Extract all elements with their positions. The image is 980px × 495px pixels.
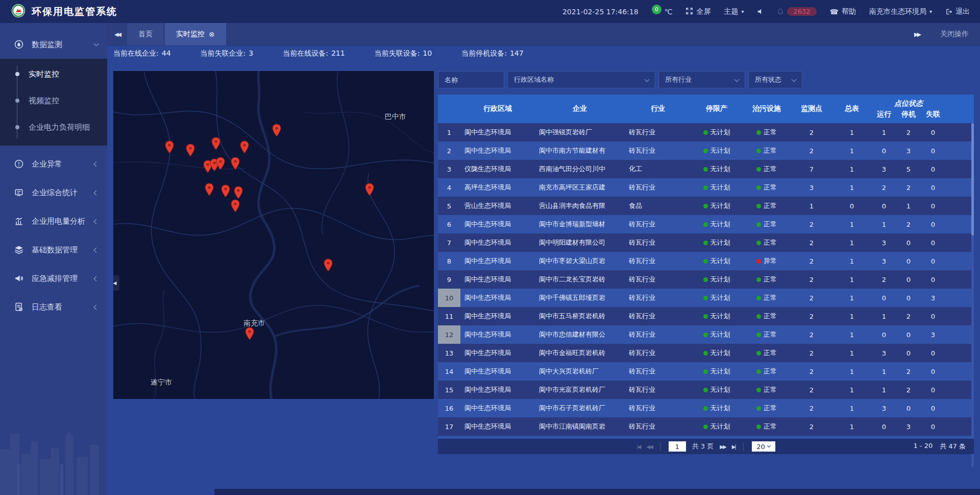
close-tab-icon[interactable]: ⊗ bbox=[209, 30, 215, 38]
region-filter-select[interactable]: 行政区域名称 bbox=[507, 71, 655, 88]
status-dot-icon bbox=[756, 296, 761, 300]
map-pin-icon[interactable] bbox=[221, 184, 230, 198]
scroll-tabs-right-icon[interactable]: ▶▶ bbox=[907, 31, 927, 38]
collapse-panel-button[interactable]: ◀ bbox=[113, 275, 119, 291]
map-pin-icon[interactable] bbox=[245, 327, 254, 340]
map-pin-icon[interactable] bbox=[211, 137, 220, 150]
sidebar-item-video-monitor[interactable]: 视频监控 bbox=[0, 87, 107, 114]
table-row[interactable]: 16阆中生态环境局阆中市石子页岩机砖厂砖瓦行业无计划正常21300 bbox=[438, 399, 974, 417]
map-pin-icon[interactable] bbox=[231, 199, 240, 213]
sidebar-item-base-data[interactable]: 基础数据管理 bbox=[0, 235, 107, 264]
help-button[interactable]: ☎ 帮助 bbox=[830, 7, 856, 16]
map-pin-icon[interactable] bbox=[231, 157, 240, 170]
status-filter-select[interactable]: 所有状态 bbox=[748, 71, 802, 88]
cell-points: 2 bbox=[791, 129, 832, 136]
page-number-input[interactable] bbox=[669, 441, 686, 452]
map-pin-icon[interactable] bbox=[165, 140, 174, 154]
sidebar-item-emergency-reduction[interactable]: 应急减排管理 bbox=[0, 264, 107, 293]
cell-company: 阆中市枣碧大梁山页岩 bbox=[535, 256, 625, 266]
table-row[interactable]: 7阆中生态环境局阆中明阳建材有限公司砖瓦行业无计划正常21300 bbox=[438, 233, 974, 252]
map-pin-icon[interactable] bbox=[205, 183, 214, 196]
map-pin-icon[interactable] bbox=[216, 157, 225, 170]
status-dot-icon bbox=[703, 259, 708, 264]
close-operations-button[interactable]: 关闭操作 bbox=[940, 30, 969, 39]
tab-realtime-monitor[interactable]: 实时监控 ⊗ bbox=[165, 23, 226, 45]
phone-icon: ☎ bbox=[830, 8, 839, 16]
sidebar-item-label: 企业综合统计 bbox=[32, 188, 87, 198]
scrollbar-thumb[interactable] bbox=[971, 123, 974, 235]
announcement-button[interactable] bbox=[757, 8, 764, 15]
cell-run: 1 bbox=[872, 129, 896, 136]
tab-bar: ◀◀ 首页 实时监控 ⊗ ▶▶ 关闭操作 bbox=[107, 23, 980, 45]
scroll-tabs-left-icon[interactable]: ◀◀ bbox=[107, 31, 127, 38]
app-logo-icon bbox=[11, 4, 26, 19]
table-scrollbar[interactable] bbox=[971, 123, 974, 467]
next-page-icon[interactable]: ▶▶ bbox=[720, 444, 725, 450]
name-search-input[interactable] bbox=[445, 76, 498, 84]
name-filter-field[interactable] bbox=[438, 71, 504, 88]
sidebar-item-power-analysis[interactable]: 企业用电量分析 bbox=[0, 207, 107, 235]
last-page-icon[interactable]: ▶| bbox=[732, 444, 736, 450]
table-row[interactable]: 4高坪生态环境局南充市高坪区王家店建砖瓦行业无计划正常31220 bbox=[438, 178, 974, 197]
notifications-button[interactable]: 2632 bbox=[777, 7, 816, 16]
table-row[interactable]: 9阆中生态环境局阆中市二龙长宝页岩砖砖瓦行业无计划正常21200 bbox=[438, 270, 974, 289]
cell-region: 阆中生态环境局 bbox=[460, 312, 535, 321]
table-row[interactable]: 12阆中生态环境局阆中市忠信建材有限公砖瓦行业无计划正常21003 bbox=[438, 325, 974, 344]
table-row[interactable]: 1阆中生态环境局阆中强锐页岩砖厂砖瓦行业无计划正常21120 bbox=[438, 123, 974, 142]
sidebar-item-enterprise-statistics[interactable]: 企业综合统计 bbox=[0, 178, 107, 207]
cell-company: 阆中市南方节能建材有 bbox=[535, 146, 625, 155]
table-row[interactable]: 5营山生态环境局营山县润丰肉食品有限食品无计划正常10010 bbox=[438, 197, 974, 215]
fullscreen-button[interactable]: 全屏 bbox=[685, 7, 710, 16]
map-view[interactable]: 巴中市南充市遂宁市 ◀ bbox=[113, 71, 434, 399]
table-row[interactable]: 15阆中生态环境局阆中市光富页岩机砖厂砖瓦行业无计划正常21120 bbox=[438, 381, 974, 399]
map-pin-icon[interactable] bbox=[272, 124, 281, 137]
tab-home[interactable]: 首页 bbox=[127, 23, 164, 45]
cell-facility-text: 正常 bbox=[764, 128, 777, 137]
status-dot-icon bbox=[703, 241, 708, 245]
first-page-icon[interactable]: |◀ bbox=[636, 444, 640, 450]
cell-region: 阆中生态环境局 bbox=[460, 238, 535, 247]
map-pin-icon[interactable] bbox=[365, 183, 374, 196]
table-row[interactable]: 17阆中生态环境局阆中市江南镇阆南页岩砖瓦行业无计划正常21030 bbox=[438, 417, 974, 436]
cell-stopped: 0 bbox=[896, 239, 921, 247]
map-pin-icon[interactable] bbox=[234, 186, 243, 199]
map-pin-icon[interactable] bbox=[240, 140, 249, 154]
page-size-select[interactable]: 20 bbox=[752, 441, 775, 452]
map-pin-icon[interactable] bbox=[324, 258, 333, 272]
map-pin-icon[interactable] bbox=[186, 144, 195, 157]
sidebar-item-data-monitoring[interactable]: 数据监测 bbox=[0, 30, 107, 59]
sidebar-item-power-load-detail[interactable]: 企业电力负荷明细 bbox=[0, 114, 107, 140]
cell-points: 2 bbox=[791, 294, 832, 302]
sidebar-item-log-view[interactable]: 日志查看 bbox=[0, 293, 107, 321]
cell-meters: 1 bbox=[832, 184, 872, 192]
cell-facility-status: 正常 bbox=[742, 183, 791, 192]
chevron-left-icon bbox=[94, 219, 99, 224]
table-row[interactable]: 11阆中生态环境局阆中市五马桥页岩机砖砖瓦行业无计划正常21120 bbox=[438, 307, 974, 325]
cell-points: 2 bbox=[791, 313, 832, 320]
enterprise-panel: 行政区域名称 所有行业 所有状态 行政区域 企业 行业 停限产 治污设施 bbox=[438, 71, 974, 454]
cell-facility-status: 异常 bbox=[742, 256, 791, 266]
sidebar-item-enterprise-abnormal[interactable]: 企业异常 bbox=[0, 150, 107, 178]
industry-filter-select[interactable]: 所有行业 bbox=[658, 71, 745, 88]
user-org-menu[interactable]: 南充市生态环境局 ▾ bbox=[869, 7, 932, 16]
alert-circle-icon bbox=[13, 158, 24, 170]
cell-company: 阆中大兴页岩机砖厂 bbox=[535, 367, 625, 376]
status-dot-icon bbox=[703, 222, 708, 227]
sidebar-item-realtime-monitor[interactable]: 实时监控 bbox=[0, 61, 107, 87]
table-row[interactable]: 2阆中生态环境局阆中市南方节能建材有砖瓦行业无计划正常21030 bbox=[438, 142, 974, 160]
table-row[interactable]: 8阆中生态环境局阆中市枣碧大梁山页岩砖瓦行业无计划异常21300 bbox=[438, 252, 974, 270]
cell-stopped: 2 bbox=[896, 368, 921, 375]
table-row[interactable]: 14阆中生态环境局阆中大兴页岩机砖厂砖瓦行业无计划正常21120 bbox=[438, 362, 974, 381]
table-row[interactable]: 13阆中生态环境局阆中市金福旺页岩机砖砖瓦行业无计划正常21300 bbox=[438, 344, 974, 362]
bar-chart-icon bbox=[13, 216, 24, 227]
cell-lost: 0 bbox=[921, 276, 945, 284]
table-row[interactable]: 6阆中生态环境局阆中市金博瑞新型墙材砖瓦行业无计划正常21120 bbox=[438, 215, 974, 233]
table-row[interactable]: 3仪陇生态环境局西南油气田分公司川中化工无计划正常71350 bbox=[438, 160, 974, 178]
cell-region: 阆中生态环境局 bbox=[460, 128, 535, 137]
logout-button[interactable]: 退出 bbox=[945, 7, 970, 16]
theme-menu-button[interactable]: 主题 ▾ bbox=[724, 7, 744, 16]
cell-run: 0 bbox=[872, 423, 896, 431]
cell-stop-text: 无计划 bbox=[710, 128, 730, 137]
prev-page-icon[interactable]: ◀◀ bbox=[647, 444, 652, 450]
table-row[interactable]: 10阆中生态环境局阆中千佛镇五郎垭页岩砖瓦行业无计划正常21003 bbox=[438, 289, 974, 307]
